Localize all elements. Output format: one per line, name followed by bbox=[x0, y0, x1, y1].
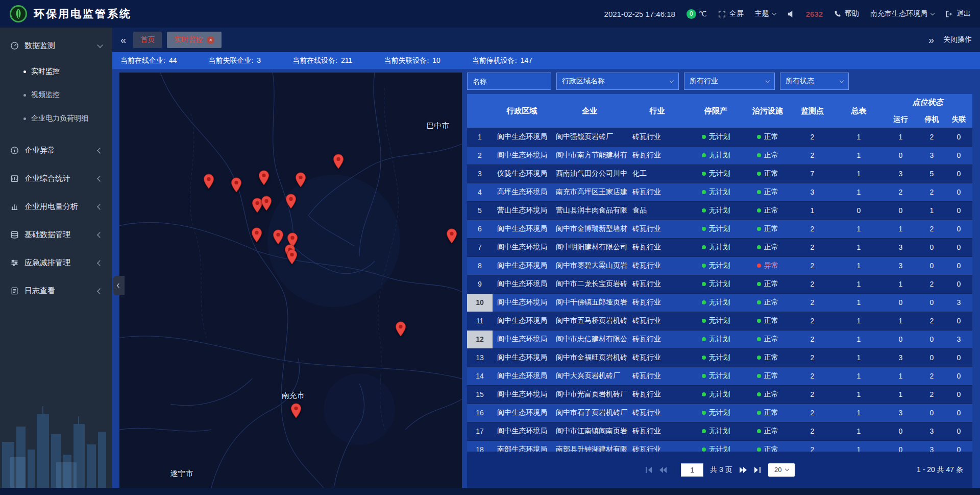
map-pin-icon[interactable] bbox=[251, 227, 262, 243]
map[interactable]: 巴中市南充市遂宁市 bbox=[119, 73, 462, 488]
table-row[interactable]: 6阆中生态环境局阆中市金博瑞新型墙材砖瓦行业无计划正常21120 bbox=[467, 220, 972, 238]
sidebar-subitem-视频监控[interactable]: 视频监控 bbox=[0, 83, 112, 107]
cell-pollution-facility: 正常 bbox=[745, 312, 790, 330]
scroll-tabs-left-icon[interactable]: « bbox=[120, 35, 126, 45]
scroll-tabs-right-icon[interactable]: » bbox=[928, 35, 934, 45]
tab-首页[interactable]: 首页 bbox=[133, 32, 162, 48]
map-pin-icon[interactable] bbox=[395, 321, 406, 337]
status-dot-green-icon bbox=[757, 135, 761, 139]
last-page-button[interactable] bbox=[754, 467, 762, 473]
cell-region: 阆中生态环境局 bbox=[493, 330, 551, 348]
status-dot-green-icon bbox=[757, 411, 761, 415]
sidebar-item-日志查看[interactable]: 日志查看 bbox=[0, 277, 112, 305]
map-pin-icon[interactable] bbox=[258, 170, 270, 185]
tab-close-icon[interactable]: × bbox=[207, 36, 214, 44]
row-number: 13 bbox=[467, 348, 493, 367]
alert-count-badge[interactable]: 2632 bbox=[806, 10, 823, 18]
sidebar-subitem-实时监控[interactable]: 实时监控 bbox=[0, 60, 112, 83]
cell-stopped: 2 bbox=[918, 275, 945, 293]
next-page-button[interactable] bbox=[739, 467, 747, 473]
name-filter-input[interactable] bbox=[467, 73, 551, 90]
sidebar-subitem-企业电力负荷明细[interactable]: 企业电力负荷明细 bbox=[0, 107, 112, 130]
table-row[interactable]: 15阆中生态环境局阆中市光富页岩机砖厂砖瓦行业无计划正常21120 bbox=[467, 385, 972, 404]
status-filter-select[interactable]: 所有状态 bbox=[780, 73, 849, 90]
status-dot-red-icon bbox=[757, 264, 761, 268]
collapse-map-panel-button[interactable] bbox=[113, 276, 125, 295]
table-row[interactable]: 12阆中生态环境局阆中市忠信建材有限公砖瓦行业无计划正常21003 bbox=[467, 330, 972, 348]
table-row[interactable]: 14阆中生态环境局阆中大兴页岩机砖厂砖瓦行业无计划正常21120 bbox=[467, 367, 972, 385]
cell-enterprise: 西南油气田分公司川中 bbox=[551, 164, 628, 183]
table-row[interactable]: 18南部生态环境局南部县升钟湖建材有限砖瓦行业无计划正常21030 bbox=[467, 440, 972, 452]
cell-pollution-facility: 正常 bbox=[745, 385, 790, 404]
map-pin-icon[interactable] bbox=[231, 177, 242, 193]
industry-filter-select[interactable]: 所有行业 bbox=[684, 73, 775, 90]
table-row[interactable]: 9阆中生态环境局阆中市二龙长宝页岩砖砖瓦行业无计划正常21120 bbox=[467, 275, 972, 293]
sidebar-item-基础数据管理[interactable]: 基础数据管理 bbox=[0, 221, 112, 249]
map-pin-icon[interactable] bbox=[333, 154, 344, 169]
page-number-input[interactable] bbox=[681, 463, 703, 477]
table-row[interactable]: 1阆中生态环境局阆中强锐页岩砖厂砖瓦行业无计划正常21120 bbox=[467, 128, 972, 146]
map-pin-icon[interactable] bbox=[290, 403, 302, 418]
cell-total-meters: 1 bbox=[835, 146, 883, 164]
table-row[interactable]: 2阆中生态环境局阆中市南方节能建材有砖瓦行业无计划正常21030 bbox=[467, 146, 972, 164]
cell-stopped: 0 bbox=[918, 404, 945, 422]
cell-industry: 化工 bbox=[628, 164, 687, 183]
map-pin-icon[interactable] bbox=[446, 228, 457, 244]
status-dot-green-icon bbox=[757, 153, 761, 157]
org-menu[interactable]: 南充市生态环境局 bbox=[870, 9, 934, 18]
sidebar-item-企业异常[interactable]: 企业异常 bbox=[0, 136, 112, 164]
theme-menu[interactable]: 主题 bbox=[755, 9, 776, 18]
table-row[interactable]: 16阆中生态环境局阆中市石子页岩机砖厂砖瓦行业无计划正常21300 bbox=[467, 404, 972, 422]
cell-industry: 砖瓦行业 bbox=[628, 183, 687, 201]
region-filter-select[interactable]: 行政区域名称 bbox=[556, 73, 679, 90]
table-row[interactable]: 11阆中生态环境局阆中市五马桥页岩机砖砖瓦行业无计划正常21120 bbox=[467, 312, 972, 330]
table-row[interactable]: 8阆中生态环境局阆中市枣碧大梁山页岩砖瓦行业无计划异常21300 bbox=[467, 256, 972, 275]
sidebar-item-企业用电量分析[interactable]: 企业用电量分析 bbox=[0, 193, 112, 221]
cell-monitor-points: 2 bbox=[790, 440, 835, 452]
map-pin-icon[interactable] bbox=[273, 229, 284, 245]
table-row[interactable]: 13阆中生态环境局阆中市金福旺页岩机砖砖瓦行业无计划正常21300 bbox=[467, 348, 972, 367]
close-operations-button[interactable]: 关闭操作 bbox=[943, 35, 972, 44]
logout-button[interactable]: 退出 bbox=[945, 9, 971, 18]
cell-region: 阆中生态环境局 bbox=[493, 367, 551, 385]
cell-total-meters: 1 bbox=[835, 330, 883, 348]
cell-lost: 0 bbox=[945, 220, 972, 238]
logout-icon bbox=[945, 10, 953, 18]
tab-实时监控[interactable]: 实时监控× bbox=[167, 32, 222, 48]
cell-limit-production: 无计划 bbox=[687, 256, 745, 275]
status-dot-green-icon bbox=[757, 356, 761, 360]
cell-stopped: 2 bbox=[918, 128, 945, 146]
sidebar-item-数据监测[interactable]: 数据监测 bbox=[0, 32, 112, 60]
map-pin-icon[interactable] bbox=[286, 249, 298, 265]
map-pin-icon[interactable] bbox=[261, 196, 272, 211]
cell-monitor-points: 2 bbox=[790, 422, 835, 440]
announcement-icon[interactable] bbox=[787, 10, 795, 18]
cell-pollution-facility: 正常 bbox=[745, 330, 790, 348]
cell-running: 3 bbox=[883, 238, 918, 256]
sidebar-item-企业综合统计[interactable]: 企业综合统计 bbox=[0, 164, 112, 193]
app-logo-icon bbox=[9, 5, 28, 23]
map-pin-icon[interactable] bbox=[285, 194, 297, 209]
map-pin-icon[interactable] bbox=[203, 174, 214, 189]
table-row[interactable]: 7阆中生态环境局阆中明阳建材有限公司砖瓦行业无计划正常21300 bbox=[467, 238, 972, 256]
help-button[interactable]: 帮助 bbox=[834, 9, 859, 18]
table-row[interactable]: 4高坪生态环境局南充市高坪区王家店建砖瓦行业无计划正常31220 bbox=[467, 183, 972, 201]
first-page-button[interactable] bbox=[645, 467, 652, 473]
cell-pollution-facility: 正常 bbox=[745, 348, 790, 367]
map-roads bbox=[119, 73, 462, 488]
table-header: 行政区域 企业 行业 停限产 治污设施 监测点 总表 点位状态 bbox=[467, 94, 972, 128]
cell-lost: 0 bbox=[945, 201, 972, 220]
table-row[interactable]: 3仪陇生态环境局西南油气田分公司川中化工无计划正常71350 bbox=[467, 164, 972, 183]
table-row[interactable]: 5营山生态环境局营山县润丰肉食品有限食品无计划正常10010 bbox=[467, 201, 972, 220]
page-size-select[interactable]: 20 bbox=[768, 463, 795, 477]
table-row[interactable]: 10阆中生态环境局阆中千佛镇五郎垭页岩砖瓦行业无计划正常21003 bbox=[467, 293, 972, 312]
cell-limit-production: 无计划 bbox=[687, 367, 745, 385]
table-row[interactable]: 17阆中生态环境局阆中市江南镇阆南页岩砖瓦行业无计划正常21030 bbox=[467, 422, 972, 440]
col-row-number bbox=[467, 94, 493, 128]
map-pin-icon[interactable] bbox=[295, 172, 306, 187]
cell-running: 1 bbox=[883, 385, 918, 404]
fullscreen-button[interactable]: 全屏 bbox=[718, 9, 744, 18]
sidebar-item-应急减排管理[interactable]: 应急减排管理 bbox=[0, 249, 112, 277]
prev-page-button[interactable] bbox=[659, 467, 667, 473]
cell-limit-production: 无计划 bbox=[687, 238, 745, 256]
